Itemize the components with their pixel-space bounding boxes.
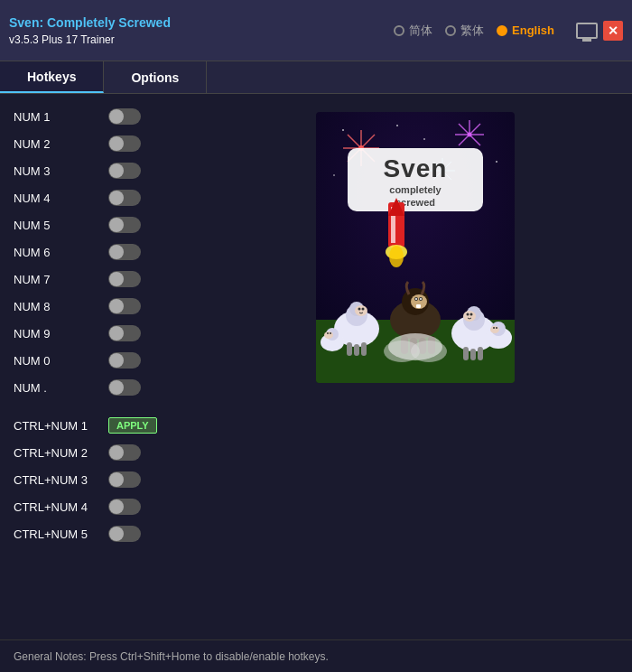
toggle-ctrl-num5[interactable] [108, 526, 141, 542]
svg-point-27 [396, 125, 398, 126]
lang-english-label: English [512, 23, 554, 37]
right-panel: Sven completely screwed [199, 94, 632, 639]
toggle-num7[interactable] [108, 271, 141, 287]
toggle-num1[interactable] [108, 108, 141, 125]
hotkey-ctrl-num2: CTRL+NUM 2 [0, 439, 199, 466]
radio-english[interactable] [497, 25, 507, 36]
svg-point-30 [333, 174, 335, 176]
hotkey-num7: NUM 7 [0, 266, 199, 293]
tab-options[interactable]: Options [104, 61, 207, 93]
hotkeys-panel: NUM 1 NUM 2 NUM 3 NUM 4 NUM 5 NUM 6 [0, 94, 199, 639]
radio-simplified[interactable] [394, 25, 404, 36]
toggle-num8[interactable] [108, 298, 141, 314]
hotkey-ctrl-num5: CTRL+NUM 5 [0, 520, 199, 547]
hotkey-num8: NUM 8 [0, 293, 199, 320]
title-bar: Sven: Completely Screwed v3.5.3 Plus 17 … [0, 0, 632, 61]
hotkey-num4: NUM 4 [0, 184, 199, 211]
svg-point-28 [423, 138, 425, 140]
hotkey-num8-label: NUM 8 [14, 300, 95, 313]
lang-traditional[interactable]: 繁体 [445, 23, 484, 39]
hotkey-num0: NUM 0 [0, 347, 199, 374]
hotkey-num6: NUM 6 [0, 238, 199, 266]
hotkey-ctrl-num3-label: CTRL+NUM 3 [14, 473, 95, 487]
toggle-ctrl-num2[interactable] [108, 444, 141, 461]
svg-point-80 [496, 327, 497, 329]
svg-point-79 [493, 327, 495, 329]
hotkey-num3: NUM 3 [0, 157, 199, 184]
hotkey-num5-label: NUM 5 [14, 219, 95, 232]
toggle-num9[interactable] [108, 325, 141, 341]
app-title: Sven: Completely Screwed [9, 15, 171, 30]
svg-point-84 [327, 332, 329, 334]
hotkey-ctrl-num1: CTRL+NUM 1 APPLY [0, 412, 199, 439]
footer: General Notes: Press Ctrl+Shift+Home to … [0, 639, 632, 672]
toggle-num0[interactable] [108, 352, 141, 369]
svg-rect-50 [354, 344, 359, 356]
hotkey-ctrl-num4-label: CTRL+NUM 4 [14, 500, 95, 514]
lang-simplified-label: 简体 [409, 23, 432, 39]
svg-point-57 [470, 313, 473, 316]
hotkey-ctrl-num2-label: CTRL+NUM 2 [14, 446, 95, 460]
svg-point-48 [362, 308, 365, 311]
hotkey-num5: NUM 5 [0, 211, 199, 238]
hotkey-ctrl-num1-label: CTRL+NUM 1 [14, 419, 95, 433]
svg-rect-60 [478, 347, 483, 360]
svg-point-75 [411, 341, 447, 362]
toggle-num6[interactable] [108, 244, 141, 260]
toggle-numdot[interactable] [108, 379, 141, 396]
hotkey-ctrl-num4: CTRL+NUM 4 [0, 493, 199, 520]
hotkey-ctrl-num5-label: CTRL+NUM 5 [14, 527, 95, 541]
hotkey-num2-label: NUM 2 [14, 137, 95, 151]
svg-point-55 [463, 311, 476, 322]
svg-rect-68 [416, 304, 421, 308]
title-right: 简体 繁体 English ✕ [394, 21, 623, 41]
lang-traditional-label: 繁体 [460, 23, 484, 39]
toggle-num4[interactable] [108, 190, 141, 206]
hotkey-num3-label: NUM 3 [14, 164, 95, 178]
toggle-num2[interactable] [108, 135, 141, 152]
svg-point-26 [342, 129, 344, 131]
svg-text:completely: completely [389, 184, 441, 195]
svg-point-66 [415, 298, 417, 300]
hotkey-num1: NUM 1 [0, 103, 199, 130]
hotkey-num1-label: NUM 1 [14, 110, 95, 124]
game-image: Sven completely screwed [316, 112, 515, 383]
spacer [0, 401, 199, 412]
svg-point-85 [330, 332, 331, 334]
game-art-svg: Sven completely screwed [316, 112, 515, 383]
hotkey-num0-label: NUM 0 [14, 354, 95, 368]
window-controls: ✕ [576, 21, 623, 41]
hotkey-num9: NUM 9 [0, 320, 199, 347]
close-button[interactable]: ✕ [603, 21, 623, 41]
toggle-ctrl-num4[interactable] [108, 499, 141, 515]
lang-simplified[interactable]: 简体 [394, 23, 432, 39]
hotkey-numdot-label: NUM . [14, 381, 95, 395]
svg-point-47 [358, 308, 361, 311]
svg-rect-58 [463, 347, 469, 360]
hotkey-num7-label: NUM 7 [14, 273, 95, 286]
tab-hotkeys[interactable]: Hotkeys [0, 61, 104, 93]
apply-button[interactable]: APPLY [108, 417, 157, 434]
hotkey-num6-label: NUM 6 [14, 246, 95, 259]
lang-english[interactable]: English [497, 23, 554, 37]
svg-text:Sven: Sven [384, 154, 448, 182]
svg-rect-59 [470, 349, 476, 360]
toggle-num3[interactable] [108, 163, 141, 179]
hotkey-num4-label: NUM 4 [14, 191, 95, 205]
main-content: NUM 1 NUM 2 NUM 3 NUM 4 NUM 5 NUM 6 [0, 94, 632, 639]
svg-point-29 [496, 161, 497, 163]
monitor-icon[interactable] [576, 23, 598, 39]
svg-point-46 [355, 305, 367, 316]
toggle-ctrl-num3[interactable] [108, 471, 141, 488]
hotkey-ctrl-num3: CTRL+NUM 3 [0, 466, 199, 493]
svg-point-78 [490, 326, 499, 333]
svg-point-83 [324, 331, 333, 339]
nav-bar: Hotkeys Options [0, 61, 632, 94]
hotkey-num2: NUM 2 [0, 130, 199, 157]
hotkey-numdot: NUM . [0, 374, 199, 401]
svg-rect-51 [361, 342, 367, 356]
app-subtitle: v3.5.3 Plus 17 Trainer [9, 33, 171, 46]
radio-traditional[interactable] [445, 25, 456, 36]
toggle-num5[interactable] [108, 217, 141, 233]
svg-point-67 [420, 298, 422, 300]
